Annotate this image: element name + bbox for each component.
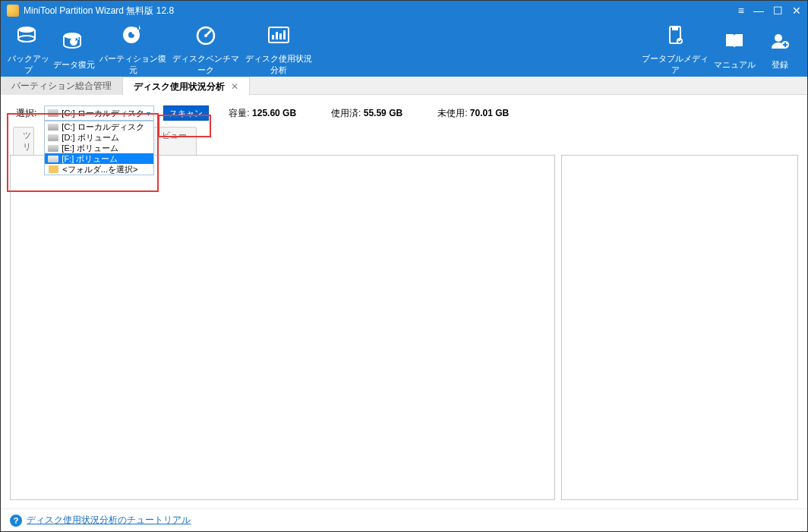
capacity-stat: 容量: 125.60 GB	[229, 107, 296, 120]
svg-rect-10	[279, 33, 282, 39]
toolbar-manual[interactable]: マニュアル	[712, 27, 757, 71]
drive-select-input[interactable]: [C:] ローカルディスク ▾	[44, 105, 154, 121]
app-icon	[7, 5, 19, 17]
help-icon: ?	[10, 515, 22, 527]
toolbar-label: データ復元	[51, 59, 96, 71]
tab-close-icon[interactable]: ✕	[231, 81, 238, 92]
drive-icon	[48, 156, 58, 162]
selected-drive-text: [C:] ローカルディスク	[62, 108, 147, 119]
select-label: 選択:	[16, 107, 36, 120]
backup-icon	[5, 21, 51, 49]
folder-icon	[49, 165, 58, 173]
menu-icon[interactable]: ≡	[738, 5, 744, 16]
svg-rect-9	[276, 32, 278, 39]
drive-option-folder[interactable]: <フォルダ...を選択>	[45, 164, 153, 175]
toolbar-label: ディスク使用状況分析	[242, 53, 315, 76]
bootmedia-icon	[639, 21, 712, 49]
drive-option-d[interactable]: [D:] ボリューム	[45, 132, 153, 143]
file-view-tab[interactable]: ビュー	[152, 127, 197, 155]
controls-row: 選択: [C:] ローカルディスク ▾ [C:] ローカルディスク [D:] ボ…	[1, 95, 807, 128]
used-stat: 使用済: 55.59 GB	[331, 107, 402, 120]
recovery-icon	[51, 27, 96, 55]
tab-bar: パーティション総合管理 ディスク使用状況分析✕	[1, 77, 807, 95]
drive-option-c[interactable]: [C:] ローカルディスク	[45, 121, 153, 132]
usage-icon	[242, 21, 315, 49]
left-panel	[10, 155, 555, 500]
toolbar-partition-recovery[interactable]: パーティション復元	[96, 21, 169, 76]
partition-icon	[96, 21, 169, 49]
toolbar-label: パーティション復元	[96, 53, 169, 76]
app-title: MiniTool Partition Wizard 無料版 12.8	[24, 5, 738, 17]
result-panels	[1, 155, 807, 500]
toolbar-label: ディスクベンチマーク	[169, 53, 242, 76]
tab-partition-management[interactable]: パーティション総合管理	[1, 77, 123, 95]
titlebar: MiniTool Partition Wizard 無料版 12.8 ≡ — ☐…	[1, 1, 807, 20]
tutorial-link[interactable]: ディスク使用状況分析のチュートリアル	[27, 514, 191, 527]
svg-rect-11	[283, 30, 286, 39]
drive-option-f[interactable]: [F:] ボリューム	[45, 153, 153, 164]
toolbar-label: 登録	[757, 59, 803, 71]
svg-point-6	[204, 34, 207, 37]
right-panel	[561, 155, 798, 500]
toolbar-backup[interactable]: バックアップ	[5, 21, 51, 76]
drive-select[interactable]: [C:] ローカルディスク ▾ [C:] ローカルディスク [D:] ボリューム…	[44, 105, 154, 121]
register-icon	[757, 27, 803, 55]
drive-icon	[48, 109, 58, 117]
tab-disk-usage[interactable]: ディスク使用状況分析✕	[123, 77, 250, 95]
tree-view-tab[interactable]: ツリ	[13, 127, 34, 155]
toolbar-bootmedia[interactable]: ブータブルメディア	[639, 21, 712, 76]
svg-point-15	[775, 34, 782, 42]
drive-icon	[48, 124, 58, 131]
toolbar-recovery[interactable]: データ復元	[51, 27, 96, 71]
toolbar-label: ブータブルメディア	[639, 53, 712, 76]
footer: ? ディスク使用状況分析のチュートリアル	[1, 508, 807, 531]
main-toolbar: バックアップ データ復元 パーティション復元 ディスクベンチマーク ディスク使用…	[1, 20, 807, 77]
toolbar-label: バックアップ	[5, 53, 51, 76]
window-buttons: ≡ — ☐ ✕	[738, 5, 801, 16]
benchmark-icon	[169, 21, 242, 49]
svg-rect-7	[269, 27, 289, 42]
svg-point-0	[18, 27, 35, 33]
drive-icon	[48, 134, 58, 141]
toolbar-usage[interactable]: ディスク使用状況分析	[242, 21, 315, 76]
content-area: 選択: [C:] ローカルディスク ▾ [C:] ローカルディスク [D:] ボ…	[1, 95, 807, 508]
minimize-icon[interactable]: —	[753, 5, 764, 16]
manual-icon	[712, 27, 757, 55]
toolbar-benchmark[interactable]: ディスクベンチマーク	[169, 21, 242, 76]
scan-button[interactable]: スキャン	[163, 105, 209, 121]
unused-stat: 未使用: 70.01 GB	[437, 107, 509, 120]
svg-rect-8	[272, 35, 274, 39]
maximize-icon[interactable]: ☐	[773, 5, 783, 16]
toolbar-label: マニュアル	[712, 59, 757, 71]
svg-rect-13	[672, 27, 678, 30]
drive-option-e[interactable]: [E:] ボリューム	[45, 143, 153, 153]
svg-point-1	[18, 36, 35, 42]
drive-icon	[48, 145, 58, 152]
drive-dropdown: [C:] ローカルディスク [D:] ボリューム [E:] ボリューム [F:]…	[44, 121, 154, 175]
close-icon[interactable]: ✕	[792, 5, 801, 16]
toolbar-register[interactable]: 登録	[757, 27, 803, 71]
chevron-down-icon: ▾	[147, 109, 150, 118]
